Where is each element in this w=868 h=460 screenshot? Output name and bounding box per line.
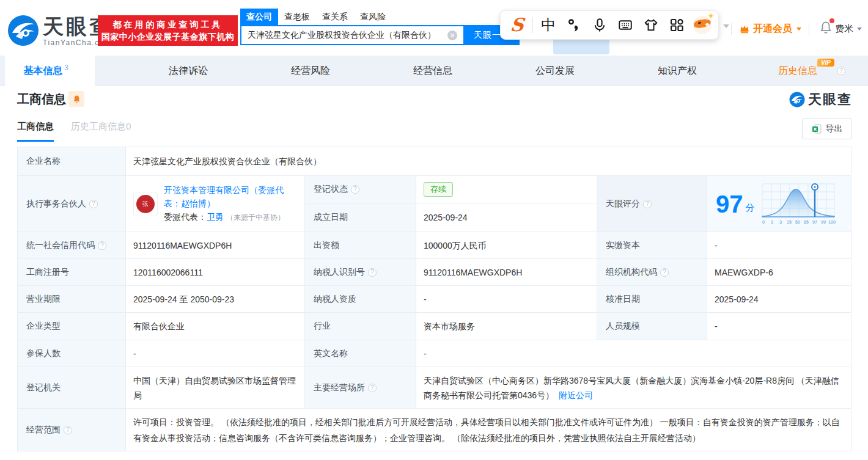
brand-slogan-badge: 都在用的商业查询工具 国家中小企业发展子基金旗下机构 bbox=[98, 15, 238, 46]
field-label: 行业 bbox=[305, 313, 416, 340]
field-label: 登记机关 bbox=[18, 367, 126, 409]
user-menu[interactable]: 费米 bbox=[835, 23, 862, 35]
search-box: ✕ bbox=[240, 25, 465, 45]
username-label: 费米 bbox=[835, 23, 853, 35]
open-vip-label: 开通会员 bbox=[753, 23, 792, 35]
field-label: 纳税人资质 bbox=[305, 286, 416, 313]
taxpayer-quality-value: - bbox=[416, 286, 597, 313]
field-label: 经营范围 bbox=[18, 409, 126, 451]
company-type-value: 有限合伙企业 bbox=[126, 313, 305, 340]
field-label: 企业类型 bbox=[18, 313, 126, 340]
skin-icon[interactable] bbox=[641, 15, 661, 35]
field-label: 登记状态 bbox=[305, 176, 416, 203]
field-label: 工商注册号 bbox=[18, 259, 126, 286]
tianyancha-logo-icon bbox=[789, 92, 805, 108]
question-icon[interactable] bbox=[89, 200, 98, 208]
svg-text:97: 97 bbox=[812, 220, 817, 224]
header-right: 开通会员 费米 bbox=[724, 21, 862, 37]
open-vip-button[interactable]: 开通会员 bbox=[739, 23, 801, 35]
question-icon[interactable] bbox=[368, 268, 377, 277]
business-place-value: 天津自贸试验区（中心商务区）新华路3678号宝风大厦（新金融大厦）滨海基金小镇-… bbox=[416, 367, 851, 409]
tab-basic-info[interactable]: 基本信息 3 bbox=[23, 56, 68, 86]
svg-text:0: 0 bbox=[762, 220, 765, 224]
search-clear-icon[interactable]: ✕ bbox=[447, 31, 457, 40]
partner-company-link[interactable]: 开弦资本管理有限公司（委派代表：赵怡博） bbox=[164, 185, 284, 208]
svg-text:85: 85 bbox=[804, 220, 809, 224]
field-label: 实缴资本 bbox=[597, 232, 707, 259]
status-badge: 存续 bbox=[424, 182, 453, 197]
field-label: 主要经营场所 bbox=[305, 367, 416, 409]
crown-icon bbox=[739, 23, 750, 34]
punctuation-icon[interactable] bbox=[564, 15, 584, 35]
microphone-icon[interactable] bbox=[590, 15, 610, 35]
svg-text:99: 99 bbox=[821, 220, 826, 224]
question-icon[interactable] bbox=[837, 67, 845, 75]
svg-text:3: 3 bbox=[779, 220, 782, 224]
industry-value: 资本市场服务 bbox=[416, 313, 597, 340]
establish-date-value: 2025-09-24 bbox=[416, 203, 597, 232]
field-label: 企业名称 bbox=[18, 147, 126, 176]
deputy-name-link[interactable]: 卫勇 bbox=[207, 212, 224, 222]
vip-badge: VIP bbox=[817, 59, 834, 67]
field-label: 出资额 bbox=[305, 232, 416, 259]
site-logo[interactable]: 天眼查 TianYanCha.com bbox=[7, 15, 112, 47]
field-label: 营业期限 bbox=[18, 286, 126, 313]
field-label: 参保人数 bbox=[18, 340, 126, 367]
watermark-logo: 天眼查 bbox=[789, 90, 852, 109]
page: 天眼查 TianYanCha.com 都在用的商业查询工具 国家中小企业发展子基… bbox=[0, 0, 868, 460]
question-icon[interactable] bbox=[660, 268, 669, 277]
org-code-value: MAEWGXDP-6 bbox=[707, 259, 851, 286]
subtab-history-business-info[interactable]: 历史工商信息0 bbox=[71, 121, 131, 142]
insured-count-value: - bbox=[126, 340, 305, 367]
search-tab-boss[interactable]: 查老板 bbox=[278, 9, 316, 25]
question-icon[interactable] bbox=[351, 185, 359, 194]
tab-intellectual-property[interactable]: 知识产权 bbox=[658, 56, 697, 86]
search-tab-company[interactable]: 查公司 bbox=[240, 9, 278, 25]
search-input[interactable] bbox=[241, 26, 447, 44]
ime-divider bbox=[532, 17, 533, 33]
search-tab-risk[interactable]: 查风险 bbox=[354, 9, 392, 25]
paid-capital-value: - bbox=[707, 232, 851, 259]
emoji-face-icon[interactable]: ✦ bbox=[692, 15, 712, 35]
score-cell: 97 分 0 1 bbox=[707, 176, 851, 232]
sogou-logo-icon[interactable]: S bbox=[507, 15, 527, 35]
question-icon[interactable] bbox=[643, 200, 652, 208]
subtabs: 工商信息 历史工商信息0 bbox=[17, 121, 131, 142]
slogan-line1: 都在用的商业查询工具 bbox=[113, 18, 223, 31]
tab-history-info[interactable]: 历史信息 VIP bbox=[778, 56, 817, 86]
tab-operation-info[interactable]: 经营信息 bbox=[413, 56, 452, 86]
divider bbox=[731, 23, 732, 35]
subscribe-bell-button[interactable] bbox=[68, 91, 84, 107]
field-label: 核准日期 bbox=[597, 286, 707, 313]
nearby-companies-link[interactable]: 附近公司 bbox=[559, 390, 593, 400]
question-icon[interactable] bbox=[368, 384, 377, 392]
business-term-value: 2025-09-24 至 2050-09-23 bbox=[126, 286, 305, 313]
partner-logo[interactable]: 弦 bbox=[133, 192, 158, 216]
vip-caret-icon bbox=[796, 27, 801, 31]
tab-company-development[interactable]: 公司发展 bbox=[535, 56, 575, 86]
field-label: 纳税人识别号 bbox=[305, 259, 416, 286]
field-label: 组织机构代码 bbox=[597, 259, 707, 286]
tab-operation-risk[interactable]: 经营风险 bbox=[291, 56, 330, 86]
question-icon[interactable] bbox=[64, 426, 72, 434]
question-icon[interactable] bbox=[98, 241, 106, 250]
score-distribution-chart: 0 1 3 15 50 85 97 99 100 bbox=[760, 181, 837, 227]
approval-date-value: 2025-09-24 bbox=[707, 286, 851, 313]
export-button[interactable]: 导出 bbox=[802, 119, 852, 139]
contribution-value: 100000万人民币 bbox=[416, 232, 597, 259]
keyboard-icon[interactable] bbox=[615, 15, 635, 35]
notification-bell[interactable] bbox=[819, 21, 833, 37]
subtab-business-info[interactable]: 工商信息 bbox=[17, 121, 54, 142]
chinese-mode-icon[interactable]: 中 bbox=[539, 15, 559, 35]
search-tab-relation[interactable]: 查关系 bbox=[316, 9, 354, 25]
deputy-source: （来源于中基协） bbox=[226, 213, 285, 222]
english-name-value: - bbox=[416, 340, 851, 367]
score-unit: 分 bbox=[746, 202, 755, 214]
watermark-text: 天眼查 bbox=[808, 90, 852, 109]
tab-legal[interactable]: 法律诉讼 bbox=[169, 56, 208, 86]
field-label: 天眼评分 bbox=[597, 176, 707, 232]
ime-toolbar: S 中 ✦ bbox=[500, 10, 719, 40]
field-label: 人员规模 bbox=[597, 313, 707, 340]
section-title: 工商信息 bbox=[17, 91, 66, 108]
toolbox-grid-icon[interactable] bbox=[666, 15, 686, 35]
